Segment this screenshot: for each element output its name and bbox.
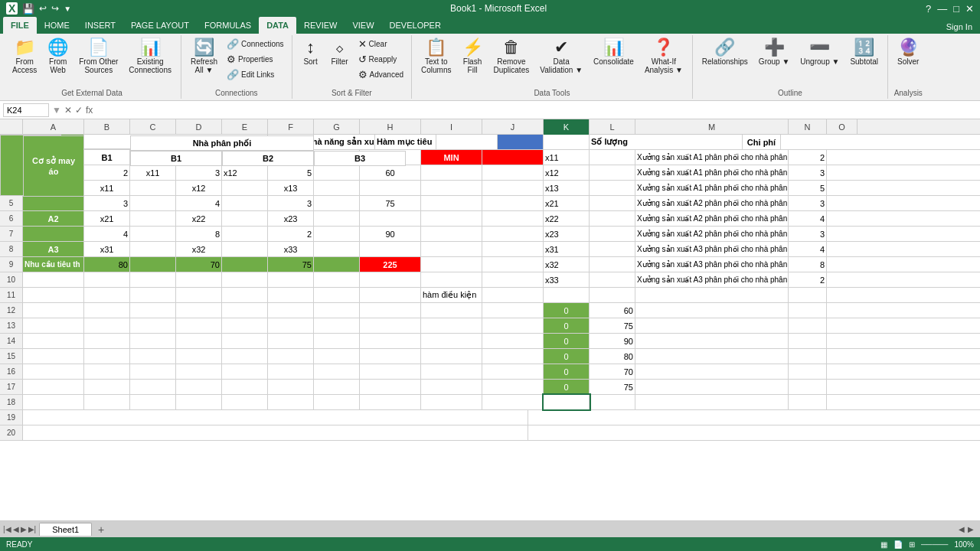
customize-icon[interactable]: ▼ bbox=[64, 5, 71, 13]
formula-input[interactable] bbox=[96, 106, 977, 115]
col-header-l[interactable]: L bbox=[590, 119, 635, 135]
subtotal-button[interactable]: 🔢 Subtotal bbox=[845, 37, 883, 68]
col-header-d[interactable]: D bbox=[176, 119, 222, 135]
sort-button[interactable]: ↕ Sort bbox=[297, 37, 325, 68]
group-button[interactable]: ➕ Group ▼ bbox=[754, 37, 794, 68]
sheet-nav-first[interactable]: |◀ bbox=[3, 525, 11, 533]
confirm-formula-icon[interactable]: ✓ bbox=[75, 105, 83, 116]
clear-button[interactable]: ✕Clear bbox=[355, 37, 407, 51]
tab-home[interactable]: HOME bbox=[37, 17, 77, 34]
col-header-i[interactable]: I bbox=[421, 119, 482, 135]
sheet-nav-last[interactable]: ▶| bbox=[28, 525, 37, 533]
cell-j3 bbox=[482, 165, 544, 180]
tab-view[interactable]: VIEW bbox=[345, 17, 381, 34]
consolidate-button[interactable]: 📊 Consolidate bbox=[589, 37, 639, 68]
properties-button[interactable]: ⚙Properties bbox=[224, 52, 287, 67]
cell-k15-0[interactable]: 0 bbox=[544, 349, 590, 364]
col-header-a[interactable]: A bbox=[23, 119, 84, 135]
close-icon[interactable]: ✕ bbox=[965, 3, 974, 15]
cell-n9: 8 bbox=[789, 257, 827, 272]
scroll-right-icon[interactable]: ▶ bbox=[968, 525, 974, 533]
from-access-button[interactable]: 📁 FromAccess bbox=[8, 37, 41, 77]
solver-icon: 🔮 bbox=[898, 39, 919, 56]
col-header-f[interactable]: F bbox=[268, 119, 314, 135]
cell-e9 bbox=[222, 257, 268, 272]
from-other-sources-button[interactable]: 📄 From OtherSources bbox=[74, 37, 122, 77]
help-icon[interactable]: ? bbox=[926, 3, 931, 15]
col-header-b[interactable]: B bbox=[84, 119, 130, 135]
cancel-formula-icon[interactable]: ✕ bbox=[64, 105, 72, 116]
cell-k17-0[interactable]: 0 bbox=[544, 380, 590, 394]
undo-icon[interactable]: ↩ bbox=[39, 3, 47, 14]
tab-insert[interactable]: INSERT bbox=[77, 17, 123, 34]
filter-button[interactable]: ⬦ Filter bbox=[326, 37, 354, 68]
cell-k16-0[interactable]: 0 bbox=[544, 364, 590, 379]
text-to-columns-button[interactable]: 📋 Text toColumns bbox=[416, 37, 456, 77]
col-header-e[interactable]: E bbox=[222, 119, 268, 135]
view-layout-icon[interactable]: 📄 bbox=[893, 540, 903, 549]
ribbon: 📁 FromAccess 🌐 FromWeb 📄 From OtherSourc… bbox=[0, 34, 980, 101]
edit-links-button[interactable]: 🔗Edit Links bbox=[224, 67, 287, 82]
tab-file[interactable]: FILE bbox=[3, 17, 37, 34]
cell-ref-box[interactable] bbox=[3, 103, 49, 117]
reapply-button[interactable]: ↺Reapply bbox=[355, 52, 407, 67]
cell-f16 bbox=[268, 364, 314, 379]
scroll-left-icon[interactable]: ◀ bbox=[959, 525, 965, 533]
zoom-slider[interactable]: ───── bbox=[921, 540, 948, 549]
relationships-button[interactable]: 🔗 Relationships bbox=[697, 37, 753, 68]
col-header-n[interactable]: N bbox=[789, 119, 827, 135]
redo-icon[interactable]: ↪ bbox=[51, 3, 59, 14]
edit-links-icon: 🔗 bbox=[227, 69, 239, 80]
clear-icon: ✕ bbox=[358, 38, 367, 50]
add-sheet-button[interactable]: + bbox=[92, 522, 110, 537]
corner-header bbox=[0, 119, 23, 134]
sign-in-link[interactable]: Sign In bbox=[939, 20, 980, 34]
cell-f11 bbox=[268, 288, 314, 302]
view-page-break-icon[interactable]: ⊞ bbox=[909, 540, 915, 549]
cell-k12-0[interactable]: 0 bbox=[544, 303, 590, 318]
what-if-analysis-button[interactable]: ❓ What-IfAnalysis ▼ bbox=[640, 37, 688, 77]
tab-review[interactable]: REVIEW bbox=[296, 17, 345, 34]
col-header-c[interactable]: C bbox=[130, 119, 176, 135]
minimize-icon[interactable]: — bbox=[937, 3, 947, 15]
insert-function-icon[interactable]: fx bbox=[86, 105, 93, 116]
connections-button[interactable]: 🔗Connections bbox=[224, 37, 287, 51]
solver-button[interactable]: 🔮 Solver bbox=[893, 37, 923, 68]
col-header-h[interactable]: H bbox=[360, 119, 421, 135]
cell-d10 bbox=[176, 272, 222, 287]
tab-data[interactable]: DATA bbox=[259, 17, 296, 34]
from-web-button[interactable]: 🌐 FromWeb bbox=[43, 37, 73, 77]
col-header-k[interactable]: K bbox=[544, 119, 590, 135]
view-normal-icon[interactable]: ▦ bbox=[880, 540, 887, 549]
flash-fill-button[interactable]: ⚡ FlashFill bbox=[458, 37, 488, 77]
col-header-j[interactable]: J bbox=[482, 119, 544, 135]
cell-a8-a3: A3 bbox=[23, 242, 84, 256]
data-validation-button[interactable]: ✔ DataValidation ▼ bbox=[535, 37, 587, 77]
cell-i10 bbox=[421, 272, 482, 287]
remove-duplicates-button[interactable]: 🗑 RemoveDuplicates bbox=[489, 37, 534, 77]
ungroup-button[interactable]: ➖ Ungroup ▼ bbox=[795, 37, 844, 68]
sheet-tab-sheet1[interactable]: Sheet1 bbox=[39, 523, 92, 536]
tab-formulas[interactable]: FORMULAS bbox=[197, 17, 259, 34]
cell-h12 bbox=[360, 303, 421, 318]
cell-k13-0[interactable]: 0 bbox=[544, 318, 590, 333]
refresh-all-button[interactable]: 🔄 RefreshAll ▼ bbox=[186, 37, 222, 77]
sheet-nav-next[interactable]: ▶ bbox=[21, 525, 27, 533]
existing-connections-button[interactable]: 📊 ExistingConnections bbox=[124, 37, 176, 77]
col-header-g[interactable]: G bbox=[314, 119, 360, 135]
cell-k14-0[interactable]: 0 bbox=[544, 334, 590, 348]
cell-n2: 2 bbox=[789, 150, 827, 165]
quick-save-icon[interactable]: 💾 bbox=[22, 3, 34, 15]
merged-b1-header: B1 bbox=[130, 151, 222, 166]
cell-k18-active[interactable] bbox=[544, 395, 590, 409]
cell-a11 bbox=[23, 288, 84, 302]
advanced-button[interactable]: ⚙Advanced bbox=[355, 67, 407, 82]
tab-developer[interactable]: DEVELOPER bbox=[382, 17, 449, 34]
tab-page-layout[interactable]: PAGE LAYOUT bbox=[123, 17, 197, 34]
cell-h17 bbox=[360, 380, 421, 394]
sheet-nav-prev[interactable]: ◀ bbox=[13, 525, 19, 533]
col-header-m[interactable]: M bbox=[635, 119, 789, 135]
maximize-icon[interactable]: □ bbox=[953, 3, 959, 15]
col-header-o[interactable]: O bbox=[827, 119, 858, 135]
row-3: 3 2 x11 3 x12 5 60 x12 Xưởng sản xuất A1… bbox=[0, 165, 980, 181]
